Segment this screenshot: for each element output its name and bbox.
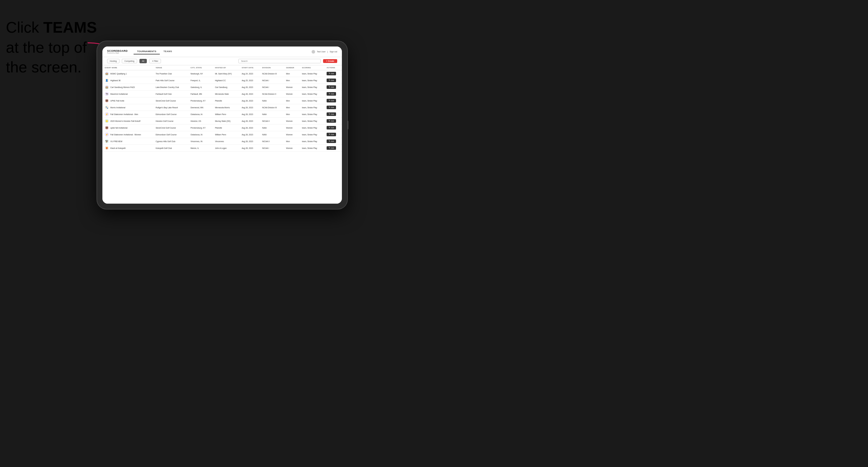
team-icon-2: 🏫 [105,85,109,89]
header-right: Test User | Sign out [312,50,337,54]
date-11: Aug 28, 2023 [239,145,260,152]
scoring-9: team, Stroke Play [300,131,324,138]
table-row: 🦊 Klash at Kokopelli Kokopelli Golf Club… [102,145,342,152]
filter-button[interactable]: ≡ Filter [149,59,161,63]
edit-icon-4: ✎ [329,99,331,102]
edit-icon-8: ✎ [329,127,331,129]
venue-3: Faribault Golf Club [153,91,188,97]
table-row: 🌟 2023 Women's Hesston Fall Kickoff Hess… [102,118,342,124]
event-name-cell-1: 👤 Highland 36 [102,77,153,84]
gender-1: Men [284,77,300,84]
event-name-cell-11: 🦊 Klash at Kokopelli [102,145,153,152]
table-row: 🏫 MSMC Qualifying 1 The Powelton Club Ne… [102,70,342,77]
table-body: 🏫 MSMC Qualifying 1 The Powelton Club Ne… [102,70,342,152]
table-container: EVENT NAME VENUE CITY, STATE HOSTED BY S… [102,65,342,204]
team-icon-3: 🐄 [105,92,109,96]
date-0: Aug 24, 2023 [239,70,260,77]
edit-button-0[interactable]: ✎ Edit [327,72,336,75]
gender-3: Women [284,91,300,97]
col-event-name: EVENT NAME [102,65,153,70]
hosting-button[interactable]: Hosting [107,59,120,63]
venue-0: The Powelton Club [153,70,188,77]
event-name-cell-4: 🐻 UPKE Fall Invite [102,97,153,104]
edit-icon-3: ✎ [329,93,331,95]
gender-6: Men [284,111,300,118]
edit-button-6[interactable]: ✎ Edit [327,113,336,116]
edit-button-10[interactable]: ✎ Edit [327,139,336,143]
all-button[interactable]: All [140,59,147,63]
sign-out-link[interactable]: Sign out [330,51,337,53]
actions-6: ✎ Edit [324,111,342,118]
date-1: Aug 25, 2023 [239,77,260,84]
col-gender: GENDER [284,65,300,70]
edit-button-4[interactable]: ✎ Edit [327,99,336,102]
scoring-5: team, Stroke Play [300,104,324,111]
gear-icon[interactable] [312,50,315,54]
city-8: Prestonsburg, KY [188,124,213,131]
hosted-11: John A Logan [213,145,240,152]
team-icon-8: 🐻 [105,126,109,130]
date-7: Aug 28, 2023 [239,118,260,124]
app-header: SCOREBOARD Powered by clippit TOURNAMENT… [102,46,342,57]
team-icon-0: 🏫 [105,71,109,75]
competing-button[interactable]: Competing [122,59,137,63]
edit-button-8[interactable]: ✎ Edit [327,126,336,129]
date-3: Aug 28, 2023 [239,91,260,97]
table-row: 🐄 Maverick Invitational Faribault Golf C… [102,91,342,97]
table-row: 🦅 VU PREVIEW Cypress Hills Golf Club Vin… [102,138,342,145]
edit-button-3[interactable]: ✎ Edit [327,92,336,96]
division-9: NAIA [260,131,284,138]
edit-icon-1: ✎ [329,79,331,82]
table-row: ⚡ Fall Statesmen Invitational - Women Ed… [102,131,342,138]
city-1: Freeport, IL [188,77,213,84]
logo-sub: Powered by clippit [107,52,128,54]
venue-11: Kokopelli Golf Club [153,145,188,152]
edit-icon-10: ✎ [329,140,331,143]
event-name-cell-10: 🦅 VU PREVIEW [102,138,153,145]
filter-bar: Hosting Competing All ≡ Filter + Create [102,57,342,65]
event-name-4: UPKE Fall Invite [110,100,124,102]
tab-teams[interactable]: TEAMS [160,49,176,55]
venue-1: Park Hills Golf Course [153,77,188,84]
table-row: 👤 Highland 36 Park Hills Golf Course Fre… [102,77,342,84]
edit-icon-2: ✎ [329,86,331,88]
city-5: Deerwood, MN [188,104,213,111]
edit-button-7[interactable]: ✎ Edit [327,119,336,123]
search-input[interactable] [238,59,321,63]
scoring-3: team, Stroke Play [300,91,324,97]
scoring-1: team, Stroke Play [300,77,324,84]
tablet-screen: SCOREBOARD Powered by clippit TOURNAMENT… [102,46,342,204]
venue-10: Cypress Hills Golf Club [153,138,188,145]
hosted-8: Pikeville [213,124,240,131]
event-name-cell-2: 🏫 Carl Sandburg Women FA23 [102,84,153,91]
date-10: Aug 28, 2023 [239,138,260,145]
edit-icon-11: ✎ [329,147,331,149]
scoring-6: team, Stroke Play [300,111,324,118]
actions-5: ✎ Edit [324,104,342,111]
edit-button-1[interactable]: ✎ Edit [327,79,336,82]
edit-button-5[interactable]: ✎ Edit [327,106,336,109]
division-11: NICAA I [260,145,284,152]
edit-button-11[interactable]: ✎ Edit [327,146,336,150]
scoring-0: team, Stroke Play [300,70,324,77]
venue-4: StoneCrest Golf Course [153,97,188,104]
event-name-cell-5: 🐾 Morris Invitational [102,104,153,111]
tablet-frame: SCOREBOARD Powered by clippit TOURNAMENT… [97,41,347,209]
edit-icon-6: ✎ [329,113,331,115]
tab-tournaments[interactable]: TOURNAMENTS [133,49,160,55]
date-2: Aug 26, 2023 [239,84,260,91]
table-row: ⚡ Fall Statesmen Invitational - Men Edmu… [102,111,342,118]
event-name-7: 2023 Women's Hesston Fall Kickoff [110,120,141,122]
edit-icon-5: ✎ [329,106,331,108]
division-4: NAIA [260,97,284,104]
event-name-cell-8: 🐻 upike fall invitational [102,124,153,131]
edit-button-2[interactable]: ✎ Edit [327,85,336,89]
division-3: NCAA Division II [260,91,284,97]
create-button[interactable]: + Create [323,59,337,63]
venue-6: Edmundson Golf Course [153,111,188,118]
division-1: NICAA I [260,77,284,84]
scoring-4: team, Stroke Play [300,97,324,104]
team-icon-5: 🐾 [105,105,109,110]
date-9: Aug 28, 2023 [239,131,260,138]
edit-button-9[interactable]: ✎ Edit [327,133,336,136]
